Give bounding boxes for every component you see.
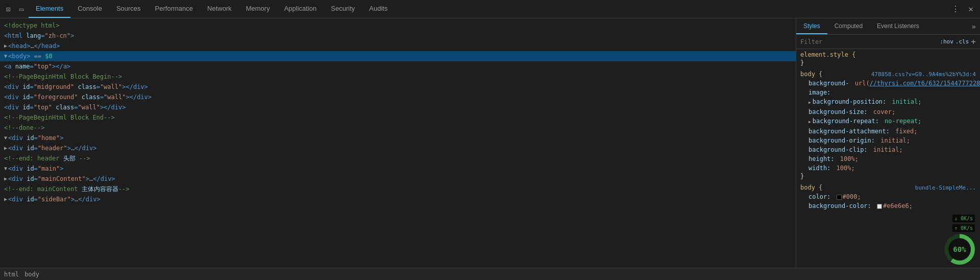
head-triangle[interactable] [4,41,7,51]
prop-name-color: color: [808,192,830,201]
net-down-value: 0K/s [961,216,973,221]
tab-security[interactable]: Security [324,0,362,18]
tab-audits[interactable]: Audits [362,0,395,18]
prop-val-bg-image: url(//thyrsi.com/t6/632/1544777228x28901 [851,79,980,88]
line-midground[interactable]: <div id="midground" class="wall"></div> [0,82,796,92]
tabs-right: ⋮ ✕ [949,3,978,15]
line-done[interactable]: <!--done--> [0,123,796,133]
prop-name-bg-origin: background-origin: [808,136,875,145]
tab-styles[interactable]: Styles [796,18,827,34]
line-comment-end[interactable]: <!--PageBeginHtml Block End--> [0,112,796,123]
color-swatch-black[interactable] [837,195,842,200]
head-tag: <head>…</head> [8,41,60,51]
tab-console[interactable]: Console [70,0,109,18]
color-swatch-grey[interactable] [877,204,882,209]
body-tag: <body> [8,51,30,61]
tab-event-listeners[interactable]: Event Listeners [870,18,926,34]
line-maincontent-comment[interactable]: <!--end: mainContent 主体内容容器--> [0,184,796,194]
home-tag: <div id="home"> [8,133,63,143]
a-top-tag: <a name="top"></a> [4,61,70,72]
body-ref: == [30,51,45,61]
line-home[interactable]: <div id="home"> [0,133,796,143]
prop-val-color: #000; [832,192,861,201]
sidebar-triangle[interactable] [4,194,7,204]
tab-computed[interactable]: Computed [827,18,870,34]
maincontent-triangle[interactable] [4,174,7,184]
prop-bg-size: background-size: cover; [800,107,976,116]
line-head[interactable]: <head>…</head> [0,41,796,51]
prop-val-width: 100%; [832,164,854,173]
elements-content[interactable]: <!doctype html> <html lang="zh-cn"> <hea… [0,18,796,268]
styles-filter-input[interactable] [800,38,940,45]
rule-close-element: } [800,59,976,66]
prop-val-height: 100%; [837,154,859,164]
prop-val-bg-attach: fixed; [892,127,918,136]
prop-val-bg-repeat: no-repeat; [881,116,921,126]
line-header[interactable]: <div id="header">…</div> [0,143,796,153]
sidebar-tag: <div id="sideBar">…</div> [8,194,101,204]
prop-bg-color: background-color: #e6e6e6; [800,201,976,211]
tab-sources[interactable]: Sources [109,0,148,18]
line-body[interactable]: <body> == $0 [0,51,796,61]
bg-image-url-link[interactable]: //thyrsi.com/t6/632/1544777228x28901 [870,80,980,87]
line-doctype[interactable]: <!doctype html> [0,20,796,31]
filter-hov-button[interactable]: :hov [940,38,953,45]
header-triangle[interactable] [4,143,7,153]
prop-bg-origin: background-origin: initial; [800,136,976,145]
prop-name-bg-pos: background-position: [813,97,887,106]
line-a-top[interactable]: <a name="top"></a> [0,61,796,72]
main-triangle[interactable] [4,164,7,174]
doctype-text: <!doctype html> [4,20,59,31]
close-devtools-button[interactable]: ✕ [965,3,977,15]
device-icon[interactable]: ▭ [15,3,28,15]
style-rule-element: element.style { } [800,51,976,66]
filter-cls-button[interactable]: .cls [955,38,969,45]
line-comment-begin[interactable]: <!--PageBeginHtml Block Begin--> [0,72,796,82]
line-sidebar[interactable]: <div id="sideBar">…</div> [0,194,796,204]
tab-network[interactable]: Network [200,0,239,18]
prop-val-bg-clip: initial; [870,145,903,154]
breadcrumb-bar: html body [0,268,980,280]
styles-more-tabs[interactable]: » [972,22,976,31]
new-style-rule-button[interactable]: + [971,37,976,46]
line-foreground[interactable]: <div id="foreground" class="wall"></div> [0,92,796,102]
line-main[interactable]: <div id="main"> [0,164,796,174]
rule-close-body-bg: } [800,173,976,180]
line-top[interactable]: <div id="top" class="wall"></div> [0,102,796,112]
styles-filter-bar: :hov .cls + [796,35,980,49]
prop-val-bg-pos: initial; [888,97,921,106]
bg-repeat-triangle[interactable]: ▶ [808,118,811,127]
more-tabs-button[interactable]: ⋮ [949,3,962,15]
prop-name-bg-color: background-color: [808,201,871,211]
fps-gauge: 60% [944,234,975,265]
tab-memory[interactable]: Memory [239,0,277,18]
prop-name-bg-clip: background-clip: [808,145,868,154]
home-triangle[interactable] [4,133,7,143]
cursor-icon[interactable]: ⊡ [2,3,14,15]
header-tag: <div id="header">…</div> [8,143,96,153]
prop-bg-attach: background-attachment: fixed; [800,127,976,136]
top-tag: <div id="top" class="wall"></div> [4,102,126,112]
comment-end: <!--PageBeginHtml Block End--> [4,112,115,123]
body-dollar: $0 [45,51,52,61]
origin-link-body-color[interactable]: bundle-SimpleMe... [915,184,976,191]
line-header-comment[interactable]: <!--end: header 头部 --> [0,153,796,164]
html-tag: <html lang="zh-cn"> [4,31,74,41]
maincontent-tag: <div id="mainContent">…</div> [8,174,115,184]
tab-elements[interactable]: Elements [29,0,70,18]
elements-panel: <!doctype html> <html lang="zh-cn"> <hea… [0,18,796,268]
tab-application[interactable]: Application [277,0,324,18]
prop-bg-clip: background-clip: initial; [800,145,976,154]
done-comment: <!--done--> [4,123,44,133]
main-area: <!doctype html> <html lang="zh-cn"> <hea… [0,18,980,268]
tab-performance[interactable]: Performance [148,0,200,18]
line-maincontent[interactable]: <div id="mainContent">…</div> [0,174,796,184]
origin-link-body-bg[interactable]: 478858.css?v=G9..9A4ms%2bY%3d:4 [871,71,976,78]
body-triangle[interactable] [4,51,7,61]
breadcrumb-html[interactable]: html [4,271,19,278]
rule-origin-body-bg: 478858.css?v=G9..9A4ms%2bY%3d:4 [871,71,976,78]
prop-val-bg-origin: initial; [877,136,910,145]
bg-pos-triangle[interactable]: ▶ [808,98,811,107]
breadcrumb-body[interactable]: body [24,271,39,278]
line-html[interactable]: <html lang="zh-cn"> [0,31,796,41]
